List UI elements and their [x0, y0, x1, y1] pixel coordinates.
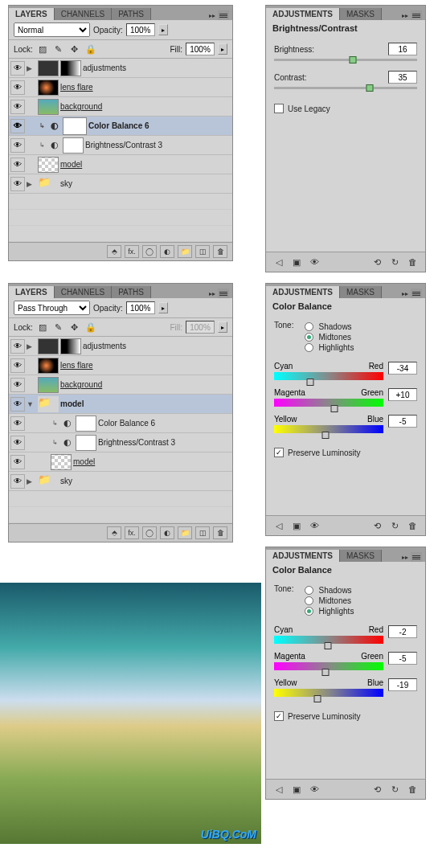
layer-row[interactable]: 👁background [9, 97, 232, 117]
visibility-icon[interactable]: 👁 [10, 397, 25, 411]
layer-name[interactable]: model [73, 457, 95, 466]
visibility-icon[interactable]: 👁 [10, 119, 25, 133]
contrast-slider[interactable] [274, 87, 417, 89]
highlights-radio[interactable] [305, 607, 313, 616]
layer-name[interactable]: background [60, 102, 102, 111]
midtones-radio[interactable] [305, 596, 313, 605]
back-icon[interactable]: ◁ [272, 256, 285, 268]
layer-name[interactable]: lens flare [60, 83, 93, 92]
blend-mode-select[interactable]: Pass Through [14, 301, 90, 315]
magenta-green-input[interactable] [388, 652, 417, 665]
fill-input[interactable] [186, 43, 215, 55]
layer-row[interactable]: 👁↳◐Brightness/Contrast 3 [9, 433, 232, 452]
layer-row[interactable]: 👁lens flare [9, 356, 232, 375]
layer-row[interactable]: 👁lens flare [9, 78, 232, 97]
layer-row[interactable]: 👁background [9, 375, 232, 395]
fx-icon[interactable]: fx. [125, 245, 139, 258]
visibility-icon[interactable]: 👁 [10, 455, 25, 469]
layer-row[interactable]: 👁▼📁model [9, 395, 232, 414]
trash-icon[interactable]: 🗑 [406, 519, 419, 532]
layer-row[interactable]: 👁▶adjustments [9, 337, 232, 356]
collapse-icon[interactable]: ▸▸ [402, 12, 408, 19]
tab-adjustments[interactable]: ADJUSTMENTS [266, 286, 340, 298]
new-layer-icon[interactable]: ◫ [195, 526, 210, 539]
tab-channels[interactable]: CHANNELS [55, 286, 112, 298]
brightness-slider[interactable] [274, 59, 417, 61]
cyan-red-input[interactable] [388, 625, 417, 638]
fx-icon[interactable]: fx. [125, 526, 139, 539]
back-icon[interactable]: ◁ [272, 783, 285, 796]
yellow-blue-slider[interactable] [274, 689, 383, 697]
layer-row[interactable]: 👁▶📁sky [9, 174, 232, 194]
visibility-icon[interactable]: 👁 [10, 138, 25, 153]
new-layer-icon[interactable]: ◫ [195, 245, 210, 258]
tab-paths[interactable]: PATHS [112, 286, 151, 298]
layer-name[interactable]: background [60, 380, 102, 389]
blend-mode-select[interactable]: Normal [14, 23, 90, 37]
legacy-checkbox[interactable] [274, 104, 284, 113]
tab-masks[interactable]: MASKS [340, 8, 382, 20]
lock-all-icon[interactable]: 🔒 [84, 321, 97, 334]
tab-layers[interactable]: LAYERS [9, 286, 55, 298]
visibility-icon[interactable]: 👁 [308, 256, 321, 268]
shadows-radio[interactable] [305, 322, 313, 331]
visibility-icon[interactable]: 👁 [10, 339, 25, 354]
layer-name[interactable]: Color Balance 6 [98, 419, 155, 428]
tab-layers[interactable]: LAYERS [9, 8, 55, 20]
layer-row[interactable]: 👁↳◐Color Balance 6 [9, 117, 232, 136]
layer-row[interactable]: 👁▶adjustments [9, 59, 232, 78]
adjustment-icon[interactable]: ◐ [160, 526, 174, 539]
layer-row[interactable]: 👁model [9, 452, 232, 472]
folder-icon[interactable]: 📁 [178, 245, 192, 258]
magenta-green-slider[interactable] [274, 399, 383, 407]
mask-icon[interactable]: ◯ [142, 526, 157, 539]
lock-transparency-icon[interactable]: ▨ [36, 43, 49, 55]
prev-state-icon[interactable]: ⟲ [371, 783, 383, 796]
lock-transparency-icon[interactable]: ▨ [36, 321, 49, 334]
visibility-icon[interactable]: 👁 [308, 519, 321, 532]
visibility-icon[interactable]: 👁 [308, 783, 321, 796]
magenta-green-input[interactable] [388, 388, 417, 401]
folder-icon[interactable]: 📁 [178, 526, 192, 539]
collapse-icon[interactable]: ▸▸ [209, 12, 215, 19]
opacity-input[interactable] [126, 23, 155, 36]
cyan-red-slider[interactable] [274, 372, 383, 380]
tab-channels[interactable]: CHANNELS [55, 8, 112, 20]
visibility-icon[interactable]: 👁 [10, 358, 25, 373]
layer-name[interactable]: sky [60, 179, 72, 188]
lock-position-icon[interactable]: ✥ [68, 321, 81, 334]
expand-icon[interactable]: ▶ [27, 64, 36, 72]
prev-state-icon[interactable]: ⟲ [371, 519, 383, 532]
yellow-blue-slider[interactable] [274, 425, 383, 433]
trash-icon[interactable]: 🗑 [213, 526, 227, 539]
trash-icon[interactable]: 🗑 [406, 783, 419, 796]
panel-menu-icon[interactable] [411, 552, 422, 562]
visibility-icon[interactable]: 👁 [10, 378, 25, 392]
reset-icon[interactable]: ↻ [388, 783, 401, 796]
mask-icon[interactable]: ◯ [142, 245, 157, 258]
tab-masks[interactable]: MASKS [340, 286, 382, 298]
midtones-radio[interactable] [305, 333, 313, 342]
layer-row[interactable]: 👁model [9, 155, 232, 174]
reset-icon[interactable]: ↻ [388, 256, 401, 268]
layer-name[interactable]: Brightness/Contrast 3 [98, 438, 175, 447]
lock-paint-icon[interactable]: ✎ [52, 43, 65, 55]
visibility-icon[interactable]: 👁 [10, 158, 25, 172]
contrast-input[interactable] [388, 71, 417, 84]
adjustment-icon[interactable]: ◐ [160, 245, 174, 258]
panel-menu-icon[interactable] [411, 289, 422, 298]
visibility-icon[interactable]: 👁 [10, 80, 25, 95]
visibility-icon[interactable]: 👁 [10, 177, 25, 191]
visibility-icon[interactable]: 👁 [10, 436, 25, 450]
layer-name[interactable]: Brightness/Contrast 3 [85, 141, 162, 149]
layer-row[interactable]: 👁▶📁sky [9, 472, 232, 491]
layer-name[interactable]: sky [60, 477, 72, 485]
clip-icon[interactable]: ▣ [290, 256, 303, 268]
panel-menu-icon[interactable] [218, 10, 229, 20]
visibility-icon[interactable]: 👁 [10, 100, 25, 114]
trash-icon[interactable]: 🗑 [406, 256, 419, 268]
back-icon[interactable]: ◁ [272, 519, 285, 532]
trash-icon[interactable]: 🗑 [213, 245, 227, 258]
layer-name[interactable]: adjustments [83, 63, 126, 72]
tab-adjustments[interactable]: ADJUSTMENTS [266, 550, 340, 562]
